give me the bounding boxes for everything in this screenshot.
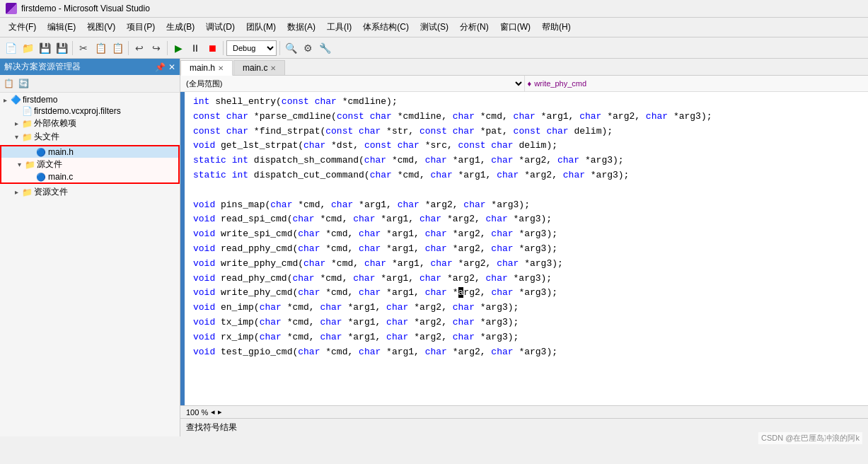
tree-icon-headers: 📁	[21, 132, 33, 142]
save-all-button[interactable]: 💾	[54, 40, 69, 56]
menu-item-帮助H[interactable]: 帮助(H)	[536, 19, 577, 35]
tree-arrow-sources: ▾	[14, 161, 24, 168]
menu-item-窗口W[interactable]: 窗口(W)	[494, 19, 536, 35]
highlighted-group: 🔵 main.h ▾ 📁 源文件 🔵 main.c	[0, 145, 180, 184]
vs-icon	[6, 3, 17, 14]
more-tb-btn3[interactable]: 🔧	[317, 40, 332, 56]
pause-button[interactable]: ⏸	[187, 40, 203, 56]
tree-item-main-c[interactable]: 🔵 main.c	[1, 171, 178, 182]
tree-item-ext-deps[interactable]: ▸ 📁 外部依赖项	[0, 117, 180, 130]
menu-item-团队M[interactable]: 团队(M)	[241, 19, 282, 35]
code-line: int shell_entry(const char *cmdline);	[190, 95, 868, 110]
tree-label-sources: 源文件	[37, 158, 178, 170]
code-line: void read_spi_cmd(char *cmd, char *arg1,…	[190, 212, 868, 227]
code-line: void rx_imp(char *cmd, char *arg1, char …	[190, 330, 868, 345]
tree-icon-resources: 📁	[21, 187, 33, 197]
menu-item-调试D[interactable]: 调试(D)	[200, 19, 241, 35]
tree-item-root[interactable]: ▸ 🔷 firstdemo	[0, 94, 180, 105]
tree-item-main-h[interactable]: 🔵 main.h	[1, 146, 178, 158]
tab-main-h-close[interactable]: ✕	[218, 64, 224, 72]
code-container: int shell_entry(const char *cmdline);con…	[180, 92, 868, 405]
se-refresh-btn[interactable]: 🔄	[16, 76, 30, 91]
code-line: const char *find_strpat(const char *str,…	[190, 124, 868, 139]
code-line: void pins_map(char *cmd, char *arg1, cha…	[190, 198, 868, 213]
watermark: CSDN @在巴厘岛冲浪的阿k	[758, 432, 862, 436]
tab-main-h[interactable]: main.h ✕	[180, 60, 233, 76]
tree-icon-filters: 📄	[21, 106, 33, 116]
code-line: void test_gpio_cmd(char *cmd, char *arg1…	[190, 345, 868, 360]
new-button[interactable]: 📄	[3, 40, 18, 56]
title-bar: firstdemo - Microsoft Visual Studio	[0, 0, 868, 18]
menu-item-体系结构C[interactable]: 体系结构(C)	[357, 19, 415, 35]
se-toolbar: 📋 🔄	[0, 75, 180, 93]
se-pin-icon[interactable]: 📌	[155, 62, 166, 72]
tree-arrow-root: ▸	[0, 96, 10, 104]
se-header: 解决方案资源管理器 📌 ✕	[0, 59, 180, 75]
menu-item-项目P[interactable]: 项目(P)	[121, 19, 161, 35]
code-line: void write_pphy_cmd(char *cmd, char *arg…	[190, 257, 868, 272]
menu-item-测试S[interactable]: 测试(S)	[415, 19, 454, 35]
code-body[interactable]: int shell_entry(const char *cmdline);con…	[185, 92, 868, 405]
se-properties-btn[interactable]: 📋	[1, 76, 16, 91]
menu-item-工具I[interactable]: 工具(I)	[321, 19, 357, 35]
toolbar-sep-1	[72, 41, 73, 55]
code-line: void write_spi_cmd(char *cmd, char *arg1…	[190, 227, 868, 242]
tree-label-main-c: main.c	[48, 172, 178, 182]
menu-item-编辑E[interactable]: 编辑(E)	[42, 19, 81, 35]
tree-arrow-resources: ▸	[11, 188, 21, 196]
toolbar-sep-5	[279, 41, 280, 55]
tree-arrow-headers: ▾	[11, 133, 21, 141]
scope-left-select[interactable]: (全局范围)	[180, 76, 525, 91]
menu-item-数据A[interactable]: 数据(A)	[282, 19, 321, 35]
zoom-arrow-left[interactable]: ◂	[211, 407, 215, 417]
toolbar-sep-2	[128, 41, 129, 55]
toolbar-sep-4	[223, 41, 224, 55]
tree-label-headers: 头文件	[34, 131, 180, 143]
save-button[interactable]: 💾	[37, 40, 52, 56]
scope-right-label: write_phy_cmd	[534, 79, 586, 88]
tree-item-resources[interactable]: ▸ 📁 资源文件	[0, 185, 180, 199]
se-close-icon[interactable]: ✕	[168, 62, 175, 72]
copy-button[interactable]: 📋	[93, 40, 108, 56]
tab-main-c-close[interactable]: ✕	[270, 64, 276, 72]
menu-item-分析N[interactable]: 分析(N)	[454, 19, 494, 35]
cut-button[interactable]: ✂	[76, 40, 91, 56]
tree-item-headers[interactable]: ▾ 📁 头文件	[0, 130, 180, 144]
tree-icon-sources: 📁	[24, 160, 35, 170]
menu-item-视图V[interactable]: 视图(V)	[81, 19, 121, 35]
run-button[interactable]: ▶	[170, 40, 186, 56]
config-select[interactable]: Debug Release	[226, 40, 277, 56]
tab-main-c-label: main.c	[243, 63, 267, 73]
find-bar-label: 查找符号结果	[186, 422, 237, 434]
code-line: void tx_imp(char *cmd, char *arg1, char …	[190, 315, 868, 330]
menu-item-生成B[interactable]: 生成(B)	[161, 19, 200, 35]
tree-label-resources: 资源文件	[34, 186, 180, 198]
paste-button[interactable]: 📋	[110, 40, 125, 56]
zoom-arrow-right[interactable]: ▸	[218, 407, 222, 417]
zoom-bar: 100 % ◂ ▸	[180, 405, 868, 418]
tree-item-filters[interactable]: 📄 firstdemo.vcxproj.filters	[0, 105, 180, 117]
more-tb-btn[interactable]: 🔍	[283, 40, 299, 56]
redo-button[interactable]: ↪	[149, 40, 164, 56]
menu-item-文件F[interactable]: 文件(F)	[3, 19, 42, 35]
tree-arrow-ext-deps: ▸	[11, 120, 21, 127]
tree-item-sources[interactable]: ▾ 📁 源文件	[1, 158, 178, 171]
tree-label-main-h: main.h	[48, 147, 178, 157]
more-tb-btn2[interactable]: ⚙	[300, 40, 316, 56]
toolbar: 📄 📁 💾 💾 ✂ 📋 📋 ↩ ↪ ▶ ⏸ ⏹ Debug Release 🔍 …	[0, 37, 868, 59]
scope-bar: (全局范围) ♦ write_phy_cmd	[180, 76, 868, 92]
code-line: void en_imp(char *cmd, char *arg1, char …	[190, 301, 868, 315]
open-button[interactable]: 📁	[20, 40, 35, 56]
se-header-controls: 📌 ✕	[155, 62, 175, 72]
code-line: void write_phy_cmd(char *cmd, char *arg1…	[190, 286, 868, 301]
tree-icon-ext-deps: 📁	[21, 119, 33, 129]
code-line: static int dispatch_cut_command(char *cm…	[190, 168, 868, 183]
code-line: static int dispatch_sh_command(char *cmd…	[190, 153, 868, 168]
toolbar-sep-3	[167, 41, 168, 55]
code-line: void read_phy_cmd(char *cmd, char *arg1,…	[190, 272, 868, 286]
menu-bar: 文件(F)编辑(E)视图(V)项目(P)生成(B)调试(D)团队(M)数据(A)…	[0, 18, 868, 37]
stop-button[interactable]: ⏹	[204, 40, 220, 56]
solution-explorer: 解决方案资源管理器 📌 ✕ 📋 🔄 ▸ 🔷 firstdemo 📄 first	[0, 59, 180, 436]
tab-main-c[interactable]: main.c ✕	[233, 60, 285, 75]
undo-button[interactable]: ↩	[132, 40, 147, 56]
